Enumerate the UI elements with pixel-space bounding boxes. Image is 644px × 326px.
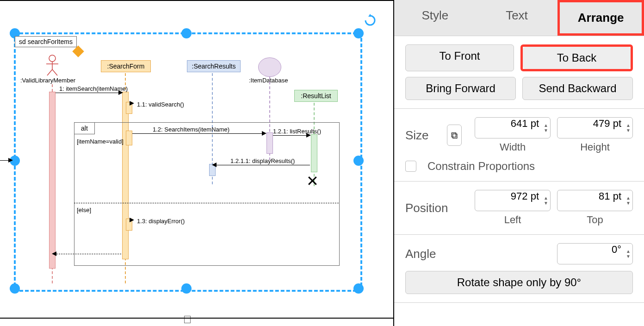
angle-input[interactable]: 0°▲▼ xyxy=(557,243,633,264)
tab-text[interactable]: Text xyxy=(476,0,558,36)
panel-tabs: Style Text Arrange xyxy=(394,0,644,36)
lifeline-label-member[interactable]: :ValidLibraryMember xyxy=(20,77,75,84)
tab-arrange[interactable]: Arrange xyxy=(560,2,642,33)
activation-member[interactable] xyxy=(49,92,56,269)
arrow-1-1-head xyxy=(130,101,134,106)
tab-style[interactable]: Style xyxy=(394,0,476,36)
autosize-icon[interactable]: ⧉ xyxy=(447,125,462,146)
arrow-1-2-head xyxy=(262,131,266,136)
alt-divider xyxy=(74,203,339,203)
height-input[interactable]: 479 pt▲▼ xyxy=(557,117,633,138)
section-size: Size ⧉ 641 pt▲▼ Width 479 pt▲▼ Height Co… xyxy=(394,109,644,182)
send-backward-button[interactable]: Send Backward xyxy=(522,77,633,100)
arrow-1-2[interactable] xyxy=(132,133,265,134)
to-back-button[interactable]: To Back xyxy=(523,47,631,69)
arrow-1-3-head xyxy=(130,218,134,222)
msg-1-2-1: 1.2.1: listResults() xyxy=(273,128,321,135)
position-label: Position xyxy=(405,201,456,215)
arrow-1-2-1[interactable] xyxy=(273,135,309,136)
arrow-1-2-1-head xyxy=(306,133,311,138)
alt-guard-1: [itemName=valid] xyxy=(77,138,124,145)
section-angle: Angle 0°▲▼ Rotate shape only by 90° xyxy=(394,235,644,303)
width-input[interactable]: 641 pt▲▼ xyxy=(475,117,551,138)
top-sublabel: Top xyxy=(557,214,633,226)
page-edge xyxy=(0,318,393,319)
to-front-button[interactable]: To Front xyxy=(405,44,514,71)
msg-1-2: 1.2: SearchItems(itemName) xyxy=(153,126,229,133)
resize-handle-ne[interactable] xyxy=(353,28,364,38)
destroy-icon: ✕ xyxy=(306,172,319,190)
stepper-icon[interactable]: ▲▼ xyxy=(540,119,548,136)
stepper-icon[interactable]: ▲▼ xyxy=(622,192,631,209)
resize-handle-s[interactable] xyxy=(181,283,192,294)
arrow-1-2-1-1[interactable] xyxy=(217,165,310,165)
msg-1: 1: itemSearch(itemName) xyxy=(59,85,128,92)
lifeline-label-db: :ItemDatabase xyxy=(249,77,288,84)
angle-label: Angle xyxy=(405,247,456,261)
rotate-90-button[interactable]: Rotate shape only by 90° xyxy=(405,271,633,294)
msg-1-2-1-1: 1.2.1.1: displayResults() xyxy=(230,157,295,164)
return-arrow[interactable] xyxy=(56,254,121,254)
edge-anchor[interactable] xyxy=(184,316,191,323)
lifeline-head-searchresults[interactable]: :SearchResults xyxy=(187,60,241,72)
alt-guard-2: [else] xyxy=(77,207,91,213)
section-order: To Front To Back Bring Forward Send Back… xyxy=(394,36,644,109)
actor-icon[interactable] xyxy=(45,55,59,78)
stepper-icon[interactable]: ▲▼ xyxy=(622,245,631,262)
arrow-1-2-1-1-head xyxy=(212,163,217,167)
svg-point-0 xyxy=(49,55,56,62)
msg-1-3: 1.3: displayError() xyxy=(137,218,185,225)
constrain-label: Constrain Proportions xyxy=(427,160,535,173)
svg-line-4 xyxy=(52,69,57,75)
left-sublabel: Left xyxy=(475,214,551,226)
alt-label: alt xyxy=(74,123,95,134)
resize-handle-sw[interactable] xyxy=(10,283,20,294)
stepper-icon[interactable]: ▲▼ xyxy=(540,192,548,209)
section-position: Position 972 pt▲▼ Left 81 pt▲▼ Top xyxy=(394,182,644,235)
arrow-1-head xyxy=(118,90,123,95)
rotate-handle[interactable] xyxy=(364,14,377,27)
page-connector-head xyxy=(8,158,13,163)
lifeline-head-searchform[interactable]: :SearchForm xyxy=(101,60,151,72)
resize-handle-se[interactable] xyxy=(353,283,364,294)
msg-1-1: 1.1: validSearch() xyxy=(137,101,184,108)
resize-handle-e[interactable] xyxy=(353,156,364,166)
lifeline-head-itemdatabase[interactable] xyxy=(258,57,281,77)
left-input[interactable]: 972 pt▲▼ xyxy=(475,190,551,211)
frame-label[interactable]: sd searchForItems xyxy=(15,36,77,47)
format-panel: Style Text Arrange To Front To Back Brin… xyxy=(394,0,644,326)
width-sublabel: Width xyxy=(475,141,551,153)
resize-handle-n[interactable] xyxy=(181,28,192,38)
arrow-1[interactable] xyxy=(56,93,121,93)
size-label: Size xyxy=(405,128,440,143)
canvas[interactable]: sd searchForItems :ValidLibraryMember :S… xyxy=(0,0,394,326)
return-arrow-head xyxy=(52,251,56,256)
bring-forward-button[interactable]: Bring Forward xyxy=(405,77,516,100)
top-input[interactable]: 81 pt▲▼ xyxy=(557,190,633,211)
height-sublabel: Height xyxy=(557,141,633,153)
constrain-checkbox[interactable] xyxy=(405,161,416,172)
svg-line-3 xyxy=(47,69,52,75)
lifeline-head-resultlist[interactable]: :ResultList xyxy=(294,90,338,102)
stepper-icon[interactable]: ▲▼ xyxy=(622,119,631,136)
